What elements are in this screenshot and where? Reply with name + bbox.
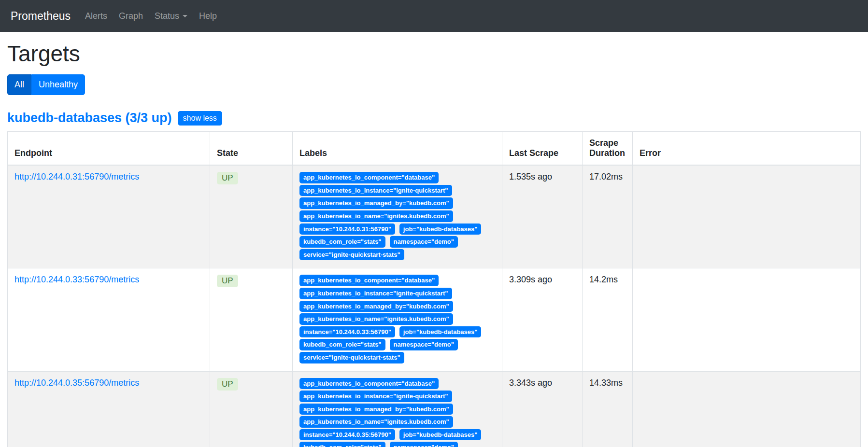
- targets-table: Endpoint State Labels Last Scrape Scrape…: [7, 131, 861, 447]
- scrape-duration-cell: 14.33ms: [583, 371, 633, 447]
- page-container: Targets All Unhealthy kubedb-databases (…: [0, 41, 868, 447]
- target-label-badge: kubedb_com_role="stats": [299, 339, 385, 350]
- target-label-badge: service="ignite-quickstart-stats": [299, 352, 404, 363]
- column-header-labels: Labels: [293, 132, 502, 166]
- target-label-badge: app_kubernetes_io_name="ignites.kubedb.c…: [299, 313, 453, 325]
- filter-all-button[interactable]: All: [7, 74, 31, 95]
- column-header-state: State: [210, 132, 293, 166]
- nav-item-alerts-label: Alerts: [85, 11, 107, 21]
- endpoint-cell: http://10.244.0.33:56790/metrics: [8, 268, 210, 371]
- labels-cell: app_kubernetes_io_component="database" a…: [293, 371, 502, 447]
- target-label-badge: namespace="demo": [390, 339, 458, 350]
- targets-table-header: Endpoint State Labels Last Scrape Scrape…: [8, 132, 861, 166]
- target-label-badge: app_kubernetes_io_instance="ignite-quick…: [299, 391, 452, 402]
- error-cell: [633, 371, 861, 447]
- labels-cell: app_kubernetes_io_component="database" a…: [293, 165, 502, 268]
- scrape-duration-cell: 17.02ms: [583, 165, 633, 268]
- target-label-badge: kubedb_com_role="stats": [299, 236, 385, 248]
- state-up-badge: UP: [217, 275, 238, 287]
- targets-table-body: http://10.244.0.31:56790/metrics UP app_…: [8, 165, 861, 447]
- job-heading: kubedb-databases (3/3 up) show less: [7, 111, 861, 126]
- column-header-last-scrape: Last Scrape: [502, 132, 583, 166]
- target-label-badge: app_kubernetes_io_component="database": [299, 275, 439, 286]
- target-label-badge: app_kubernetes_io_managed_by="kubedb.com…: [299, 404, 453, 415]
- labels-cell: app_kubernetes_io_component="database" a…: [293, 268, 502, 371]
- nav-item-status-label: Status: [155, 11, 179, 21]
- target-label-badge: job="kubedb-databases": [399, 326, 482, 338]
- nav-item-status-dropdown[interactable]: Status: [149, 8, 193, 24]
- target-label-badge: app_kubernetes_io_component="database": [299, 172, 439, 183]
- target-label-badge: instance="10.244.0.33:56790": [299, 326, 395, 338]
- endpoint-cell: http://10.244.0.35:56790/metrics: [8, 371, 210, 447]
- job-heading-label: kubedb-databases (3/3 up): [7, 111, 172, 126]
- target-label-badge: app_kubernetes_io_name="ignites.kubedb.c…: [299, 416, 453, 428]
- prometheus-brand-link[interactable]: Prometheus: [11, 10, 71, 23]
- filter-unhealthy-button[interactable]: Unhealthy: [31, 74, 85, 95]
- state-cell: UP: [210, 165, 293, 268]
- target-label-badge: namespace="demo": [390, 236, 458, 248]
- top-navbar: Prometheus Alerts Graph Status Help: [0, 0, 868, 32]
- target-label-badge: namespace="demo": [390, 442, 458, 447]
- nav-item-graph[interactable]: Graph: [113, 8, 149, 24]
- table-row: http://10.244.0.31:56790/metrics UP app_…: [8, 165, 861, 268]
- table-row: http://10.244.0.33:56790/metrics UP app_…: [8, 268, 861, 371]
- target-label-badge: instance="10.244.0.35:56790": [299, 429, 395, 441]
- target-label-badge: instance="10.244.0.31:56790": [299, 224, 395, 235]
- target-label-badge: app_kubernetes_io_component="database": [299, 378, 439, 390]
- show-less-button[interactable]: show less: [178, 111, 222, 126]
- target-label-badge: app_kubernetes_io_instance="ignite-quick…: [299, 185, 452, 196]
- target-label-badge: job="kubedb-databases": [399, 224, 482, 235]
- nav-item-help[interactable]: Help: [193, 8, 223, 24]
- error-cell: [633, 268, 861, 371]
- endpoint-link[interactable]: http://10.244.0.31:56790/metrics: [14, 172, 139, 182]
- navbar-menu: Alerts Graph Status Help: [79, 8, 223, 24]
- state-up-badge: UP: [217, 378, 238, 391]
- endpoint-link[interactable]: http://10.244.0.33:56790/metrics: [14, 275, 139, 284]
- target-label-badge: app_kubernetes_io_managed_by="kubedb.com…: [299, 301, 453, 312]
- endpoint-cell: http://10.244.0.31:56790/metrics: [8, 165, 210, 268]
- target-label-badge: app_kubernetes_io_name="ignites.kubedb.c…: [299, 210, 453, 222]
- column-header-endpoint: Endpoint: [8, 132, 210, 166]
- target-filter-button-group: All Unhealthy: [7, 74, 85, 95]
- column-header-scrape-duration: Scrape Duration: [583, 132, 633, 166]
- last-scrape-cell: 1.535s ago: [502, 165, 583, 268]
- last-scrape-cell: 3.343s ago: [502, 371, 583, 447]
- target-label-badge: kubedb_com_role="stats": [299, 442, 385, 447]
- target-label-badge: app_kubernetes_io_managed_by="kubedb.com…: [299, 197, 453, 209]
- error-cell: [633, 165, 861, 268]
- state-cell: UP: [210, 268, 293, 371]
- state-up-badge: UP: [217, 172, 238, 184]
- nav-item-alerts[interactable]: Alerts: [79, 8, 113, 24]
- column-header-error: Error: [633, 132, 861, 166]
- nav-item-graph-label: Graph: [119, 11, 143, 21]
- target-label-badge: service="ignite-quickstart-stats": [299, 249, 404, 261]
- endpoint-link[interactable]: http://10.244.0.35:56790/metrics: [14, 378, 139, 388]
- target-label-badge: app_kubernetes_io_instance="ignite-quick…: [299, 288, 452, 299]
- table-row: http://10.244.0.35:56790/metrics UP app_…: [8, 371, 861, 447]
- state-cell: UP: [210, 371, 293, 447]
- scrape-duration-cell: 14.2ms: [583, 268, 633, 371]
- target-label-badge: job="kubedb-databases": [399, 429, 482, 441]
- last-scrape-cell: 3.309s ago: [502, 268, 583, 371]
- nav-item-help-label: Help: [199, 11, 217, 21]
- chevron-down-icon: [183, 15, 187, 17]
- page-title: Targets: [7, 41, 861, 67]
